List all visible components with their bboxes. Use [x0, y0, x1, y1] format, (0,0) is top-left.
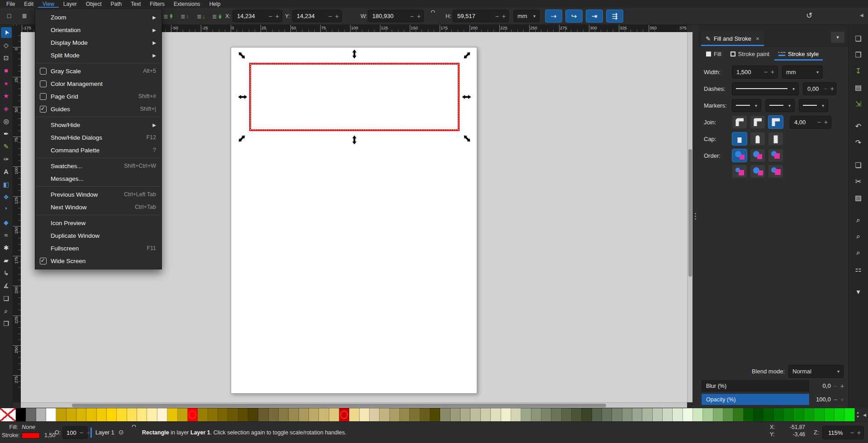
palette-swatch[interactable] [703, 408, 713, 421]
palette-swatch[interactable] [36, 408, 46, 421]
palette-swatch[interactable] [572, 408, 582, 421]
dock-options-chevron-icon[interactable]: ▾ [831, 32, 844, 43]
plus-icon[interactable]: + [840, 382, 844, 390]
menu-layer[interactable]: Layer [59, 0, 81, 8]
menu-view[interactable]: View [38, 0, 59, 8]
import-icon[interactable]: ⇲ [852, 97, 865, 110]
menu-item-orientation[interactable]: Orientation ▶ [35, 24, 161, 36]
swatch-none[interactable] [0, 408, 16, 421]
zoom-drawing-icon[interactable]: ⌕ [852, 230, 865, 243]
plus-icon[interactable]: + [335, 13, 339, 20]
text-tool[interactable]: A [1, 166, 12, 177]
minus-icon[interactable]: − [269, 13, 272, 20]
palette-swatch[interactable] [562, 408, 572, 421]
palette-swatch[interactable] [339, 408, 349, 421]
dropper-tool[interactable]: ❜ [1, 204, 12, 215]
palette-swatch[interactable] [66, 408, 76, 421]
scale-handle-top[interactable] [349, 49, 360, 59]
rectangle-tool[interactable]: ■ [1, 65, 12, 76]
horizontal-scrollbar[interactable] [21, 402, 687, 408]
palette-swatch[interactable] [683, 408, 693, 421]
menu-item-previous-window[interactable]: Previous Window Ctrl+Left Tab ▶ [35, 188, 161, 201]
palette-down-icon[interactable]: ▼ [856, 415, 859, 419]
palette-swatch[interactable] [501, 408, 511, 421]
paste-icon[interactable]: ▨ [852, 191, 865, 204]
menu-item-page-grid[interactable]: Page Grid Shift+# ▶ [35, 90, 161, 103]
palette-swatch[interactable] [137, 408, 147, 421]
menu-item-icon-preview[interactable]: Icon Preview ▶ [35, 217, 161, 229]
close-icon[interactable]: × [756, 35, 759, 42]
palette-swatch[interactable] [602, 408, 612, 421]
tab-stroke-style[interactable]: Stroke style [774, 49, 823, 61]
menu-item[interactable]: ▶ [36, 186, 161, 187]
pages-tool[interactable]: ❒ [1, 318, 12, 329]
collapse-toolbar-icon[interactable]: ◀ [860, 13, 863, 18]
palette-swatch[interactable] [440, 408, 450, 421]
palette-swatch[interactable] [299, 408, 309, 421]
palette-swatch[interactable] [349, 408, 359, 421]
opacity-slider[interactable]: Opacity (%) [702, 394, 809, 405]
palette-swatch[interactable] [370, 408, 379, 421]
spray-tool[interactable]: ✱ [1, 242, 12, 253]
minus-icon[interactable]: − [764, 68, 768, 75]
scale-handle-right[interactable] [461, 92, 472, 102]
palette-swatch[interactable] [258, 408, 268, 421]
select-all-icon[interactable]: □ [4, 10, 14, 21]
palette-swatch[interactable] [642, 408, 652, 421]
palette-swatch[interactable] [511, 408, 521, 421]
lower-to-bottom-button[interactable]: ↡ [210, 10, 225, 23]
menu-item-wide-screen[interactable]: Wide Screen ▶ [35, 254, 161, 267]
ellipse-tool[interactable]: ● [1, 78, 12, 89]
plus-icon[interactable]: + [275, 13, 279, 20]
node-tool[interactable]: ◇ [1, 40, 12, 51]
tab-stroke-paint[interactable]: Stroke paint [726, 49, 773, 61]
palette-swatch[interactable] [56, 408, 66, 421]
palette-swatch[interactable] [673, 408, 683, 421]
palette-swatch[interactable] [430, 408, 440, 421]
mesh-gradient-tool[interactable]: ❖ [1, 192, 12, 203]
palette-swatch[interactable] [825, 408, 835, 421]
dash-offset-input[interactable]: 0,00 −+ [803, 82, 836, 95]
palette-swatch[interactable] [663, 408, 673, 421]
selected-rectangle[interactable] [249, 63, 460, 131]
join-bevel-button[interactable] [732, 115, 747, 129]
blend-mode-dropdown[interactable]: Normal [788, 365, 844, 378]
menu-item-display-mode[interactable]: Display Mode ▶ [35, 36, 161, 49]
width-input[interactable]: 180,930 −+ [368, 10, 424, 22]
zoom-center-icon[interactable]: ⚏ [852, 263, 865, 275]
palette-swatch[interactable] [653, 408, 663, 421]
plus-icon[interactable]: + [840, 396, 844, 403]
copy-icon[interactable]: ❏ [852, 159, 865, 171]
shape-builder-tool[interactable]: ⊡ [1, 52, 12, 63]
cap-butt-button[interactable] [732, 132, 747, 146]
palette-swatch[interactable] [97, 408, 107, 421]
menu-item-messages[interactable]: Messages... ▶ [35, 172, 161, 185]
palette-swatch[interactable] [279, 408, 289, 421]
lower-button[interactable]: ↓ [194, 10, 209, 23]
menu-text[interactable]: Text [126, 0, 145, 8]
page-tool[interactable]: ❏ [1, 293, 12, 304]
menu-item[interactable]: ▶ [36, 215, 161, 215]
fill-value[interactable]: None [22, 424, 40, 430]
menu-filters[interactable]: Filters [145, 0, 169, 8]
print-icon[interactable]: ▤ [852, 81, 865, 94]
pen-tool[interactable]: ✒ [1, 128, 12, 139]
raise-button[interactable]: ↑ [177, 10, 192, 23]
palette-swatch[interactable] [622, 408, 632, 421]
opacity-value[interactable]: 100,0 [809, 396, 833, 403]
dock-splitter[interactable] [693, 25, 698, 408]
minus-icon[interactable]: − [328, 13, 332, 20]
menu-item-swatches[interactable]: Swatches... Shift+Ctrl+W ▶ [35, 160, 161, 172]
x-input[interactable]: 14,234 −+ [232, 10, 282, 22]
palette-swatch[interactable] [451, 408, 460, 421]
marker-end-dropdown[interactable] [799, 99, 828, 112]
miter-limit-input[interactable]: 4,00 −+ [790, 116, 831, 129]
stroke-width-value[interactable]: 1,50 [40, 432, 55, 438]
palette-swatch[interactable] [248, 408, 258, 421]
palette-swatch[interactable] [612, 408, 622, 421]
palette-swatch[interactable] [400, 408, 410, 421]
palette-swatch[interactable] [360, 408, 370, 421]
menu-extensions[interactable]: Extensions [169, 0, 205, 8]
palette-swatch[interactable] [733, 408, 743, 421]
palette-swatch[interactable] [208, 408, 218, 421]
